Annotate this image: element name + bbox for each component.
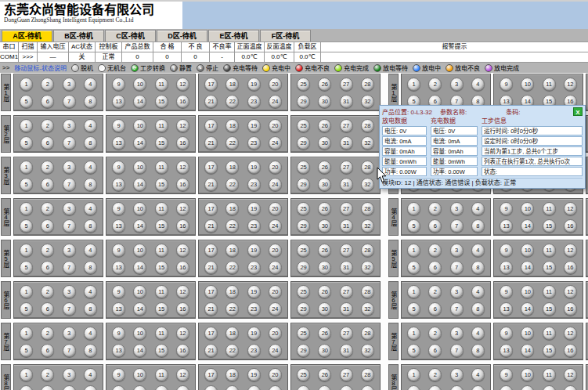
cell-circle[interactable]: 3 xyxy=(63,368,76,381)
cell-circle[interactable]: 15 xyxy=(543,219,556,233)
cell-circle[interactable]: 24 xyxy=(269,302,282,316)
cell-circle[interactable]: 3 xyxy=(450,244,464,257)
cell-circle[interactable]: 19 xyxy=(247,161,261,174)
cell-circle[interactable]: 17 xyxy=(204,202,218,215)
cell-circle[interactable]: 21 xyxy=(204,344,218,357)
cell-circle[interactable]: 22 xyxy=(225,385,239,390)
cell-circle[interactable]: 7 xyxy=(450,385,464,390)
cell-circle[interactable]: 7 xyxy=(63,219,76,233)
cell-circle[interactable]: 21 xyxy=(204,178,218,191)
cell-circle[interactable]: 14 xyxy=(521,344,534,357)
cell-circle[interactable]: 28 xyxy=(361,161,374,174)
cell-circle[interactable]: 5 xyxy=(20,344,33,357)
cell-circle[interactable]: 31 xyxy=(340,261,353,274)
cell-circle[interactable]: 10 xyxy=(133,119,146,132)
cell-circle[interactable]: 26 xyxy=(318,78,331,91)
cell-circle[interactable]: 18 xyxy=(225,244,239,257)
cell-circle[interactable]: 5 xyxy=(20,178,33,191)
cell-circle[interactable]: 25 xyxy=(297,285,310,298)
cell-circle[interactable]: 15 xyxy=(155,344,168,357)
cell-circle[interactable]: 11 xyxy=(155,78,168,91)
cell-circle[interactable]: 5 xyxy=(20,302,33,316)
cell-circle[interactable]: 20 xyxy=(269,202,282,215)
cell-circle[interactable]: 2 xyxy=(41,202,54,215)
cell-circle[interactable]: 30 xyxy=(318,385,331,390)
cell-circle[interactable]: 13 xyxy=(112,261,125,274)
cell-circle[interactable]: 7 xyxy=(63,261,76,274)
cell-circle[interactable]: 19 xyxy=(247,327,261,340)
cell-circle[interactable]: 27 xyxy=(340,368,353,381)
cell-circle[interactable]: 26 xyxy=(318,327,331,340)
cell-circle[interactable]: 20 xyxy=(269,161,282,174)
cell-circle[interactable]: 3 xyxy=(450,327,464,340)
cell-circle[interactable]: 31 xyxy=(340,344,353,357)
cell-circle[interactable]: 11 xyxy=(155,368,168,381)
cell-circle[interactable]: 12 xyxy=(564,244,577,257)
cell-circle[interactable]: 8 xyxy=(84,178,97,191)
cell-circle[interactable]: 20 xyxy=(269,368,282,381)
cell-circle[interactable]: 28 xyxy=(361,327,374,340)
cell-circle[interactable]: 11 xyxy=(543,327,556,340)
tab-zone-3[interactable]: D区-待机 xyxy=(157,30,207,42)
cell-circle[interactable]: 3 xyxy=(450,202,464,215)
cell-circle[interactable]: 18 xyxy=(225,202,239,215)
cell-circle[interactable]: 15 xyxy=(155,219,168,233)
cell-circle[interactable]: 3 xyxy=(63,327,76,340)
cell-circle[interactable]: 5 xyxy=(407,302,420,316)
cell-circle[interactable]: 3 xyxy=(63,202,76,215)
cell-circle[interactable]: 8 xyxy=(471,344,485,357)
cell-circle[interactable]: 12 xyxy=(564,202,577,215)
cell-circle[interactable]: 16 xyxy=(564,302,577,316)
cell-circle[interactable]: 26 xyxy=(318,119,331,132)
cell-circle[interactable]: 9 xyxy=(112,285,125,298)
cell-circle[interactable]: 14 xyxy=(521,302,534,316)
cell-circle[interactable]: 16 xyxy=(176,302,189,316)
cell-circle[interactable]: 31 xyxy=(340,219,353,233)
cell-circle[interactable]: 28 xyxy=(361,202,374,215)
cell-circle[interactable]: 14 xyxy=(133,302,146,316)
cell-circle[interactable]: 15 xyxy=(155,261,168,274)
cell-circle[interactable]: 1 xyxy=(20,285,33,298)
cell-circle[interactable]: 14 xyxy=(133,178,146,191)
cell-circle[interactable]: 7 xyxy=(63,178,76,191)
cell-circle[interactable]: 19 xyxy=(247,368,261,381)
cell-circle[interactable]: 9 xyxy=(112,78,125,91)
cell-circle[interactable]: 15 xyxy=(543,261,556,274)
cell-circle[interactable]: 23 xyxy=(247,136,261,150)
cell-circle[interactable]: 9 xyxy=(112,202,125,215)
cell-circle[interactable]: 5 xyxy=(20,136,33,150)
cell-circle[interactable]: 3 xyxy=(63,285,76,298)
cell-circle[interactable]: 14 xyxy=(521,385,534,390)
cell-circle[interactable]: 2 xyxy=(428,78,442,91)
cell-circle[interactable]: 1 xyxy=(20,327,33,340)
cell-circle[interactable]: 20 xyxy=(269,285,282,298)
cell-circle[interactable]: 1 xyxy=(20,161,33,174)
cell-circle[interactable]: 26 xyxy=(318,202,331,215)
cell-circle[interactable]: 4 xyxy=(84,285,97,298)
tab-zone-5[interactable]: F区-待机 xyxy=(260,30,311,42)
cell-circle[interactable]: 17 xyxy=(204,244,218,257)
cell-circle[interactable]: 12 xyxy=(176,78,189,91)
cell-circle[interactable]: 24 xyxy=(269,219,282,233)
cell-circle[interactable]: 1 xyxy=(407,202,420,215)
cell-circle[interactable]: 15 xyxy=(543,302,556,316)
cell-circle[interactable]: 12 xyxy=(176,327,189,340)
cell-circle[interactable]: 11 xyxy=(155,285,168,298)
cell-circle[interactable]: 12 xyxy=(176,161,189,174)
cell-circle[interactable]: 17 xyxy=(204,161,218,174)
cell-circle[interactable]: 29 xyxy=(297,261,310,274)
cell-circle[interactable]: 28 xyxy=(361,78,374,91)
cell-circle[interactable]: 20 xyxy=(269,327,282,340)
cell-circle[interactable]: 32 xyxy=(361,178,374,191)
cell-circle[interactable]: 2 xyxy=(41,368,54,381)
cell-circle[interactable]: 15 xyxy=(155,302,168,316)
cell-circle[interactable]: 9 xyxy=(500,202,513,215)
cell-circle[interactable]: 4 xyxy=(84,119,97,132)
cell-circle[interactable]: 24 xyxy=(269,95,282,108)
cell-circle[interactable]: 14 xyxy=(133,219,146,233)
cell-circle[interactable]: 14 xyxy=(521,219,534,233)
cell-circle[interactable]: 1 xyxy=(407,368,420,381)
cell-circle[interactable]: 11 xyxy=(155,119,168,132)
cell-circle[interactable]: 5 xyxy=(20,385,33,390)
cell-circle[interactable]: 2 xyxy=(41,78,54,91)
